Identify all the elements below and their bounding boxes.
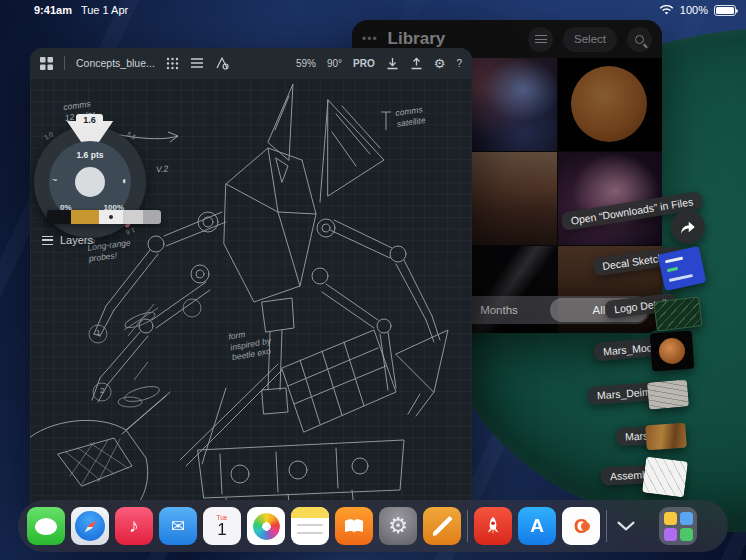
appstore-a-glyph: A: [530, 515, 544, 537]
dock-icon-c-app[interactable]: C: [562, 507, 600, 545]
gallery-grid-icon[interactable]: [40, 57, 53, 70]
contrast-icon[interactable]: ◐: [122, 175, 128, 186]
ipad-screen: 9:41am Tue 1 Apr 100% ••• Library Select: [0, 0, 746, 560]
share-arrow-icon: [679, 219, 697, 235]
notes-header: [291, 507, 329, 518]
stroke-size-label: 1.6 pts: [49, 150, 131, 160]
layers-icon: [42, 236, 53, 245]
tool-size-c: 1.6: [125, 227, 136, 237]
concepts-window[interactable]: Concepts_blue... 59% 90° PRO ⚙: [30, 48, 472, 512]
active-tool-size-tab: 1.6: [76, 114, 103, 127]
annotation-marker-1: 1: [96, 328, 100, 337]
dock-icon-calendar[interactable]: Tue 1: [203, 507, 241, 545]
dock-icon-safari[interactable]: [71, 507, 109, 545]
selected-swatch-dot: [109, 215, 113, 219]
canvas-rotation[interactable]: 90°: [327, 58, 342, 69]
battery-icon: [714, 5, 736, 16]
swatch-gray[interactable]: [143, 210, 161, 224]
segment-all[interactable]: All: [550, 298, 648, 322]
dock-divider: [467, 510, 468, 542]
tool-wheel[interactable]: 1.0 5.5 1.6 ~ ≈ ✒ ✏ 1.6 6.0 1.6 pts 0% 1…: [30, 114, 148, 248]
dock-icon-app-library[interactable]: [659, 507, 697, 545]
dock-icon-mail[interactable]: ✉: [159, 507, 197, 545]
pro-badge[interactable]: PRO: [353, 58, 375, 69]
dock-icon-rocket[interactable]: [474, 507, 512, 545]
dock-icon-photos[interactable]: [247, 507, 285, 545]
document-title[interactable]: Concepts_blue...: [76, 57, 155, 69]
layers-button[interactable]: Layers: [34, 230, 101, 250]
wifi-icon: [659, 5, 674, 16]
swatch-black[interactable]: [47, 210, 71, 224]
compass-icon: [75, 511, 105, 541]
shape-nib-icon[interactable]: [215, 56, 229, 70]
dock-icon-appstore[interactable]: A: [518, 507, 556, 545]
toolbar-divider: [64, 56, 65, 70]
battery-percent: 100%: [680, 4, 708, 16]
color-swatch-bar[interactable]: [47, 210, 161, 224]
calendar-day: 1: [217, 521, 226, 538]
chevron-down-icon: [616, 520, 636, 532]
smoothing-icon[interactable]: ~: [52, 175, 57, 185]
drawing-canvas[interactable]: comms 12 solar comms satellite V.2 Long-…: [30, 78, 472, 512]
status-bar: 9:41am Tue 1 Apr 100%: [0, 0, 746, 20]
dock-icon-settings[interactable]: ⚙: [379, 507, 417, 545]
import-icon[interactable]: [386, 57, 399, 70]
swatch-white-selected[interactable]: [99, 210, 123, 224]
brush-preview-circle[interactable]: [75, 167, 105, 197]
status-time: 9:41am: [34, 4, 72, 16]
layers-list-icon[interactable]: [190, 57, 204, 69]
dock-icon-notes[interactable]: [291, 507, 329, 545]
concepts-toolbar: Concepts_blue... 59% 90° PRO ⚙: [30, 48, 472, 78]
annotation-satellite: comms satellite: [395, 104, 427, 129]
flower-icon: [253, 513, 280, 540]
envelope-icon: ✉: [171, 516, 185, 537]
export-icon[interactable]: [410, 57, 423, 70]
status-left: 9:41am Tue 1 Apr: [34, 4, 128, 16]
pen-icon: [431, 515, 453, 537]
rocket-icon: [482, 515, 504, 537]
music-note-icon: ♪: [129, 515, 139, 537]
layers-label: Layers: [60, 234, 93, 246]
tool-size-b: 5.5: [126, 130, 137, 141]
dock: ♪ ✉ Tue 1 ⚙ A C: [18, 500, 728, 552]
app-library-grid-icon: [664, 512, 693, 541]
zoom-level[interactable]: 59%: [296, 58, 316, 69]
dock-icon-books[interactable]: [335, 507, 373, 545]
gear-icon: ⚙: [388, 513, 408, 539]
swatch-gold[interactable]: [71, 210, 99, 224]
c-app-dot: [581, 522, 590, 531]
status-date: Tue 1 Apr: [81, 4, 128, 16]
dock-icon-music[interactable]: ♪: [115, 507, 153, 545]
dock-icon-messages[interactable]: [27, 507, 65, 545]
status-right: 100%: [659, 4, 736, 16]
settings-gear-icon[interactable]: ⚙: [434, 56, 446, 71]
dock-icon-concepts[interactable]: [423, 507, 461, 545]
time-filter-segmented-control[interactable]: Months All: [450, 296, 650, 324]
annotation-version: V.2: [156, 163, 169, 175]
share-button[interactable]: [671, 210, 705, 244]
open-book-icon: [342, 518, 366, 535]
dock-divider: [606, 510, 607, 542]
help-button[interactable]: ?: [456, 58, 462, 69]
dock-collapse-button[interactable]: [613, 507, 639, 545]
swatch-lightgray[interactable]: [123, 210, 143, 224]
chat-bubble-icon: [35, 518, 57, 535]
annotation-marker-2: 2: [100, 386, 104, 395]
dots-grid-icon[interactable]: [166, 57, 179, 70]
